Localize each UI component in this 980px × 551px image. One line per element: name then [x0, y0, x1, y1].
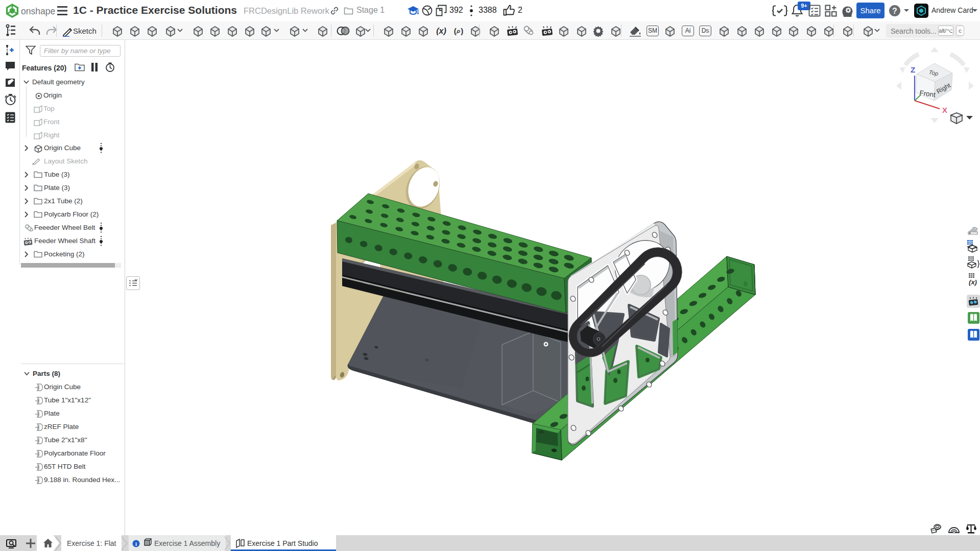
svg-text:(x): (x)	[436, 27, 446, 35]
svg-text:Z: Z	[911, 65, 915, 74]
svg-text:onshape: onshape	[21, 6, 55, 16]
svg-text:i: i	[135, 541, 137, 547]
svg-text:?: ?	[892, 7, 897, 15]
svg-text:(x): (x)	[969, 278, 977, 286]
svg-text:(⌕): (⌕)	[454, 27, 463, 35]
svg-text:Front: Front	[919, 89, 937, 99]
svg-text:X: X	[942, 106, 947, 114]
